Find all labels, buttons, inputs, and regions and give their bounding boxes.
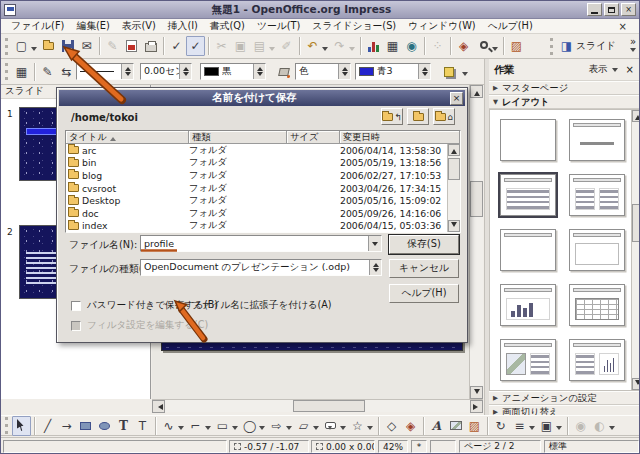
file-row[interactable]: blogフォルダ2006/02/27, 17:10:53 [66,169,447,182]
file-row[interactable]: indexフォルダ2006/04/15, 05:03:36 [66,220,447,233]
callouts-tool[interactable] [321,416,340,436]
insert-table-button[interactable]: ▦ [383,36,402,56]
line-button[interactable]: ✎ [38,62,57,82]
taskpane-view-dropdown-icon[interactable] [612,68,618,75]
password-checkbox[interactable] [71,301,81,311]
stars-dropdown-icon[interactable] [367,426,373,433]
layout-title-sub[interactable] [569,119,625,161]
paste-dropdown-icon[interactable] [269,47,275,54]
glue-points-button[interactable]: ◈ [401,416,420,436]
close-button[interactable]: × [621,3,636,16]
file-row[interactable]: Desktopフォルダ2005/05/16, 15:09:02 [66,194,447,207]
filename-dropdown-button[interactable] [368,236,381,251]
cut-button[interactable]: ✂ [212,36,231,56]
fontwork-button[interactable]: A [427,416,446,436]
paste-button[interactable]: ▤ [250,36,269,56]
status-zoom-field[interactable]: 42% [378,440,408,453]
scroll-down-button[interactable] [470,386,483,399]
format-paintbrush-button[interactable]: ✐ [277,36,296,56]
alignment-dropdown-icon[interactable] [529,426,535,433]
layout-scrollbar[interactable] [631,110,640,390]
area-style-button[interactable] [274,62,293,82]
help-button[interactable]: ヘルプ(H) [389,284,459,303]
menu-item[interactable]: ツール(T) [251,20,306,33]
toolbar-grip[interactable] [5,38,8,55]
alignment-button[interactable]: ≡ [510,416,529,436]
status-style-field[interactable]: 標準 [544,440,639,453]
layout-title-empty[interactable] [569,229,625,271]
connector-tool[interactable]: ⌐ [186,416,205,436]
layout-title-chart[interactable] [500,284,556,326]
vertical-scroll-thumb[interactable] [470,181,483,217]
connector-dropdown-icon[interactable] [205,426,211,433]
toolbar-grip[interactable] [550,38,553,55]
layout-title-2col[interactable] [569,174,625,216]
layout-blank[interactable] [500,119,556,161]
line-style-select[interactable] [76,63,134,80]
insert-chart-button[interactable] [364,36,383,56]
new-dropdown-icon[interactable] [31,47,37,54]
extension-checkbox-row[interactable]: × ファイル名に拡張子を付ける(A) [173,299,332,312]
navigator-button[interactable]: ◈ [454,36,473,56]
arrange-dropdown-icon[interactable] [556,426,562,433]
toolbar-grip[interactable] [5,417,8,434]
curve-tool[interactable]: ∿ [159,416,178,436]
gallery-button[interactable]: ▨ [465,416,484,436]
dialog-titlebar[interactable]: 名前を付けて保存 × [59,90,465,106]
level-up-button[interactable]: ↰ [381,108,403,125]
layout-scroll-down[interactable] [632,378,640,390]
menu-item[interactable]: 書式(Q) [204,20,251,33]
column-date[interactable]: 変更日時 [340,131,460,144]
line-tool[interactable]: ╱ [38,416,57,436]
effects-button[interactable]: ◐ [590,416,609,436]
fill-type-spinner[interactable] [338,64,350,79]
line-color-select[interactable]: 黒 [200,63,266,80]
scroll-up-button[interactable] [470,85,483,98]
filetype-spinner[interactable] [369,260,381,275]
extension-checkbox-checked[interactable]: × [173,300,185,311]
basic-shapes-dropdown-icon[interactable] [232,426,238,433]
hyperlink-button[interactable]: ◉ [402,36,421,56]
column-type[interactable]: 種類 [189,131,287,144]
file-row[interactable]: arcフォルダ2006/04/14, 13:58:30 [66,144,447,157]
layout-title-only[interactable] [500,229,556,271]
menu-item[interactable]: ヘルプ(H) [482,20,539,33]
spellcheck-button[interactable]: ✓ [167,36,186,56]
layout-scroll-up[interactable] [632,110,640,122]
scroll-left-button[interactable] [152,400,165,413]
curve-dropdown-icon[interactable] [178,426,184,433]
menu-item[interactable]: スライドショー(S) [306,20,402,33]
basic-shapes-tool[interactable]: ▭ [213,416,232,436]
undo-button[interactable]: ↶ [303,36,322,56]
menu-item[interactable]: 挿入(I) [162,20,204,33]
layout-text-chart[interactable] [569,339,625,381]
edit-points-button[interactable]: ◇ [382,416,401,436]
section-layouts[interactable]: ▼ レイアウト [489,95,640,109]
copy-button[interactable]: ▣ [231,36,250,56]
toolbar-more-icon[interactable] [630,48,636,55]
line-style-spinner[interactable] [121,64,133,79]
layout-clipart-text[interactable] [500,339,556,381]
fill-color-spinner[interactable] [418,64,430,79]
text-tool[interactable]: T [114,416,133,436]
interaction-button[interactable]: ◉ [571,416,590,436]
file-row[interactable]: docフォルダ2005/09/26, 14:16:06 [66,207,447,220]
horizontal-scrollbar[interactable] [152,399,483,412]
scroll-right-button[interactable] [470,400,483,413]
gallery-button[interactable]: ▨ [507,36,526,56]
flowchart-dropdown-icon[interactable] [313,426,319,433]
table-properties-button[interactable]: ▦ [12,62,31,82]
insert-picture-button[interactable] [446,416,465,436]
menu-item[interactable]: ウィンドウ(W) [402,20,481,33]
taskpane-view-menu[interactable]: 表示 [589,63,608,76]
section-master-pages[interactable]: ▶ マスターページ [489,81,640,95]
email-button[interactable]: ✉ [77,36,96,56]
horizontal-scroll-thumb[interactable] [293,400,365,412]
toolbar-more-icon[interactable] [609,426,615,433]
new-document-button[interactable]: ▢ [12,36,31,56]
layout-title-table[interactable] [569,284,625,326]
dialog-close-icon[interactable]: × [450,92,463,105]
column-title[interactable]: タイトル [66,131,189,144]
rotate-button[interactable]: ↻ [491,416,510,436]
menu-item[interactable]: 表示(V) [116,20,162,33]
